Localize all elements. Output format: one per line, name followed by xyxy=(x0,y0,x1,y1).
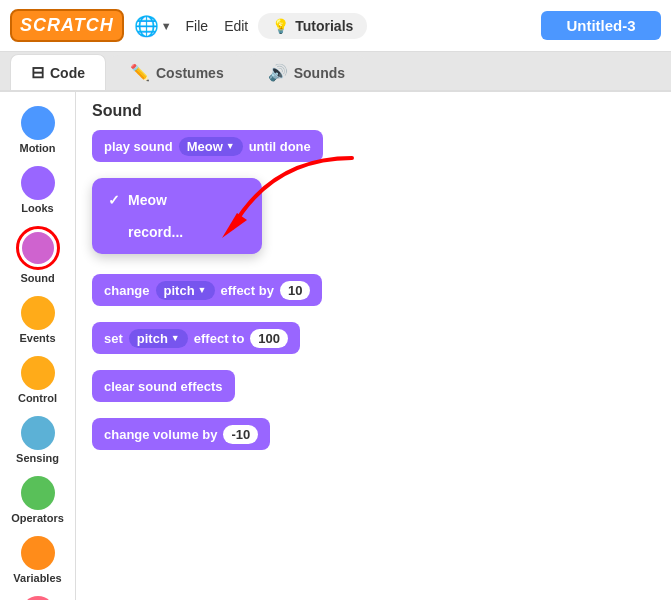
change-volume-text: change volume by xyxy=(104,427,217,442)
sound-label: Sound xyxy=(20,272,54,284)
dropdown-item-record[interactable]: ✓ record... xyxy=(92,216,262,248)
myblocks-circle xyxy=(21,596,55,600)
change-pitch-block[interactable]: change pitch effect by 10 xyxy=(92,274,322,306)
tab-costumes[interactable]: ✏️ Costumes xyxy=(110,55,244,90)
variables-label: Variables xyxy=(13,572,61,584)
costumes-icon: ✏️ xyxy=(130,63,150,82)
tutorials-button[interactable]: 💡 Tutorials xyxy=(258,13,367,39)
clear-effects-block-row: clear sound effects xyxy=(92,370,655,410)
effect-by-text: effect by xyxy=(221,283,274,298)
sidebar-item-control[interactable]: Control xyxy=(4,352,72,408)
pitch-dropdown[interactable]: pitch xyxy=(156,281,215,300)
variables-circle xyxy=(21,536,55,570)
sounds-icon: 🔊 xyxy=(268,63,288,82)
volume-value[interactable]: -10 xyxy=(223,425,258,444)
sensing-circle xyxy=(21,416,55,450)
sound-circle xyxy=(22,232,54,264)
control-circle xyxy=(21,356,55,390)
change-volume-block[interactable]: change volume by -10 xyxy=(92,418,270,450)
set-text: set xyxy=(104,331,123,346)
change-pitch-block-row: change pitch effect by 10 xyxy=(92,274,655,314)
clear-effects-block[interactable]: clear sound effects xyxy=(92,370,235,402)
events-circle xyxy=(21,296,55,330)
play-sound-block[interactable]: play sound Meow until done xyxy=(92,130,323,162)
sound-ring xyxy=(16,226,60,270)
sidebar-item-looks[interactable]: Looks xyxy=(4,162,72,218)
play-sound-text: play sound xyxy=(104,139,173,154)
pitch-value[interactable]: 10 xyxy=(280,281,310,300)
check-icon: ✓ xyxy=(108,192,120,208)
play-sound-block-row: play sound Meow until done xyxy=(92,130,655,170)
scratch-logo[interactable]: SCRATCH xyxy=(10,9,124,42)
tabs-bar: ⊟ Code ✏️ Costumes 🔊 Sounds xyxy=(0,52,671,92)
set-pitch-dropdown[interactable]: pitch xyxy=(129,329,188,348)
effect-to-text: effect to xyxy=(194,331,245,346)
globe-button[interactable]: 🌐 ▼ xyxy=(134,14,172,38)
sidebar-item-variables[interactable]: Variables xyxy=(4,532,72,588)
header-nav: File Edit xyxy=(186,18,249,34)
until-done-text: until done xyxy=(249,139,311,154)
record-label: record... xyxy=(128,224,183,240)
operators-circle xyxy=(21,476,55,510)
dropdown-menu: ✓ Meow ✓ record... xyxy=(92,178,262,254)
tab-sounds-label: Sounds xyxy=(294,65,345,81)
tutorials-label: Tutorials xyxy=(295,18,353,34)
file-menu[interactable]: File xyxy=(186,18,209,34)
change-volume-block-row: change volume by -10 xyxy=(92,418,655,458)
dropdown-item-meow[interactable]: ✓ Meow xyxy=(92,184,262,216)
main-area: Motion Looks Sound Events Control Sensin… xyxy=(0,92,671,600)
motion-label: Motion xyxy=(19,142,55,154)
sidebar-item-motion[interactable]: Motion xyxy=(4,102,72,158)
tab-costumes-label: Costumes xyxy=(156,65,224,81)
dropdown-container: ✓ Meow ✓ record... xyxy=(92,178,655,264)
sidebar-item-myblocks[interactable]: My Blocks xyxy=(4,592,72,600)
set-pitch-block[interactable]: set pitch effect to 100 xyxy=(92,322,300,354)
sidebar: Motion Looks Sound Events Control Sensin… xyxy=(0,92,76,600)
looks-circle xyxy=(21,166,55,200)
clear-effects-text: clear sound effects xyxy=(104,379,223,394)
content-area: Sound play sound Meow until done ✓ Meow … xyxy=(76,92,671,600)
sidebar-item-operators[interactable]: Operators xyxy=(4,472,72,528)
sidebar-item-sound[interactable]: Sound xyxy=(4,222,72,288)
operators-label: Operators xyxy=(11,512,64,524)
project-title[interactable]: Untitled-3 xyxy=(541,11,661,40)
pitch-set-value[interactable]: 100 xyxy=(250,329,288,348)
looks-label: Looks xyxy=(21,202,53,214)
code-icon: ⊟ xyxy=(31,63,44,82)
set-pitch-block-row: set pitch effect to 100 xyxy=(92,322,655,362)
sidebar-item-events[interactable]: Events xyxy=(4,292,72,348)
change-text: change xyxy=(104,283,150,298)
control-label: Control xyxy=(18,392,57,404)
sensing-label: Sensing xyxy=(16,452,59,464)
sound-dropdown[interactable]: Meow xyxy=(179,137,243,156)
header: SCRATCH 🌐 ▼ File Edit 💡 Tutorials Untitl… xyxy=(0,0,671,52)
tab-code[interactable]: ⊟ Code xyxy=(10,54,106,90)
edit-menu[interactable]: Edit xyxy=(224,18,248,34)
sidebar-item-sensing[interactable]: Sensing xyxy=(4,412,72,468)
motion-circle xyxy=(21,106,55,140)
tab-code-label: Code xyxy=(50,65,85,81)
section-title: Sound xyxy=(92,102,655,120)
tab-sounds[interactable]: 🔊 Sounds xyxy=(248,55,365,90)
meow-label: Meow xyxy=(128,192,167,208)
bulb-icon: 💡 xyxy=(272,18,289,34)
events-label: Events xyxy=(19,332,55,344)
